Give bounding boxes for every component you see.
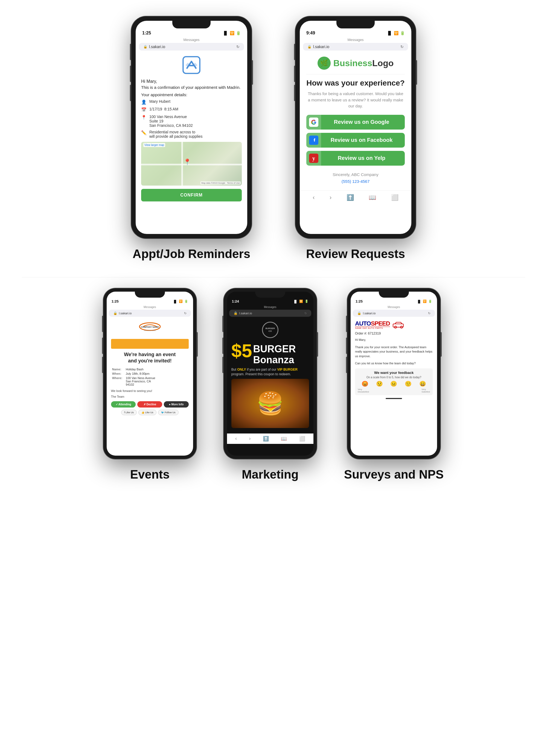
battery-icon-2: 🔋 <box>400 31 405 35</box>
bookmarks-icon-m[interactable]: 📖 <box>281 436 287 442</box>
confirm-button[interactable]: CONFIRM <box>141 189 242 201</box>
autospeed-logo-row: AUTOSPEED SAME DAY AUTO PARTS <box>355 321 433 329</box>
phone-notch <box>172 21 210 28</box>
events-social-row: f Like Us 👍 Like Us 🐦 Follow Us <box>111 410 189 415</box>
share-icon[interactable]: ⬆️ <box>347 194 354 201</box>
battery-icon-s: 🔋 <box>428 300 432 303</box>
wifi-icon-e: 🛜 <box>179 300 183 303</box>
forward-icon-m[interactable]: › <box>249 436 250 441</box>
emoji-satisfied[interactable]: 🙂 <box>405 380 412 387</box>
appt-name: Mary Hubert <box>149 99 170 104</box>
bookmarks-icon[interactable]: 📖 <box>369 194 376 201</box>
events-footer2: The Team <box>111 395 189 399</box>
refresh-icon-e[interactable]: ↻ <box>184 312 186 315</box>
tabs-icon-m[interactable]: ⬜ <box>299 436 305 442</box>
scale-low-label: VeryDissatisfied <box>358 388 369 393</box>
survey-feedback-box: We want your feedback On a scale from 0 … <box>355 368 433 395</box>
lock-icon-m: 🔒 <box>233 311 238 315</box>
sincerely-text: Sincerely, ABC Company <box>333 172 378 177</box>
attending-button[interactable]: ✓ Attending <box>111 401 136 408</box>
share-icon-m[interactable]: ⬆️ <box>263 436 269 442</box>
lock-icon-s: 🔒 <box>357 311 361 315</box>
review-heading: How was your experience? <box>306 79 405 87</box>
facebook-like-button[interactable]: f Like Us <box>121 410 137 415</box>
events-table-row-where: Where: 100 Van Ness AvenueSan Francisco,… <box>111 376 189 387</box>
twitter-follow-button[interactable]: 🐦 Follow Us <box>158 410 178 415</box>
battery-icon-e: 🔋 <box>184 300 188 303</box>
marketing-content: BURGERCO $5 BURGER Bonanza But ONLY if y… <box>227 317 314 432</box>
events-when-value: July 18th, 8:00pm <box>125 371 189 376</box>
events-screen: 1:25 ▐▌ 🛜 🔋 Messages 🔒 l.sakari.io ↻ <box>107 292 193 456</box>
appt-address: 100 Van Ness AvenueSuite 19San Francisco… <box>149 115 193 128</box>
forward-icon[interactable]: › <box>330 194 332 201</box>
emoji-dissatisfied[interactable]: 😟 <box>376 380 383 387</box>
events-details-table: Name: Holiday Bash When: July 18th, 8:00… <box>111 367 189 387</box>
browser-bar[interactable]: 🔒 l.sakari.io ↻ <box>139 43 244 51</box>
review-status-time: 9:49 <box>306 31 315 36</box>
events-url: l.sakari.io <box>119 312 131 315</box>
refresh-icon-s[interactable]: ↻ <box>428 312 431 315</box>
leaf-icon: 🌿 <box>318 57 331 70</box>
marketing-status-icons: ▐▌ 🛜 🔋 <box>293 300 309 303</box>
events-phone-notch <box>135 292 165 298</box>
wifi-icon-m: 🛜 <box>299 300 303 303</box>
review-browser-bar[interactable]: 🔒 l.sakari.io ↻ <box>303 43 408 51</box>
events-section: 1:25 ▐▌ 🛜 🔋 Messages 🔒 l.sakari.io ↻ <box>103 288 196 481</box>
events-orange-bar <box>111 339 189 349</box>
review-phone-link[interactable]: (555) 123-4567 <box>342 179 370 184</box>
map-image: 📍 View larger map Map data ©2019 Google … <box>141 142 242 186</box>
appt-detail-name: 👤 Mary Hubert <box>141 99 242 105</box>
svg-text:COMPANY NAME: COMPANY NAME <box>141 326 159 328</box>
survey-question: Can you let us know how the team did tod… <box>355 361 433 366</box>
emoji-very-dissatisfied[interactable]: 😡 <box>362 380 369 387</box>
marketing-subtext: But ONLY if you are part of our VIP BURG… <box>231 367 309 377</box>
refresh-icon[interactable]: ↻ <box>236 45 239 49</box>
yelp-review-button[interactable]: y Review us on Yelp <box>306 151 405 166</box>
emoji-neutral[interactable]: 😐 <box>390 380 397 387</box>
biz-text: Business <box>334 58 372 68</box>
events-btn-row: ✓ Attending ✗ Decline ● More Info <box>111 401 189 408</box>
marketing-price: $5 <box>231 341 252 360</box>
events-browser-bar[interactable]: 🔒 l.sakari.io ↻ <box>109 310 191 317</box>
decline-button[interactable]: ✗ Decline <box>137 401 162 408</box>
back-icon[interactable]: ‹ <box>313 194 315 201</box>
marketing-time: 1:24 <box>232 299 239 303</box>
events-section-label: Events <box>130 468 169 481</box>
appt-phone: 1:25 ▐▌ 🛜 🔋 Messages 🔒 l.sakari.io ↻ <box>131 16 251 238</box>
survey-content: AUTOSPEED SAME DAY AUTO PARTS Order <box>351 317 437 402</box>
autospeed-logo-block: AUTOSPEED SAME DAY AUTO PARTS <box>355 321 433 329</box>
refresh-icon-m[interactable]: ↻ <box>305 312 307 315</box>
lock-icon-2: 🔒 <box>308 45 312 49</box>
marketing-bottom-bar: ‹ › ⬆️ 📖 ⬜ <box>227 433 314 444</box>
appt-section-label: Appt/Job Reminders <box>133 247 250 261</box>
signal-icon-2: ▐▌ <box>387 31 392 35</box>
facebook-review-button[interactable]: Review us on Facebook <box>306 133 405 148</box>
phone-notch-2 <box>337 21 375 28</box>
events-status-icons: ▐▌ 🛜 🔋 <box>173 300 188 303</box>
survey-scale-label: On a scale from 0 to 5, how did we do to… <box>358 376 430 379</box>
person-icon: 👤 <box>141 99 147 105</box>
surveys-browser-bar[interactable]: 🔒 l.sakari.io ↻ <box>353 310 435 317</box>
status-time: 1:25 <box>142 31 151 36</box>
lock-icon: 🔒 <box>143 45 147 49</box>
tabs-icon[interactable]: ⬜ <box>391 194 399 201</box>
events-content: COMPANY NAME SLOGAN HERE We're having an… <box>107 317 193 418</box>
car-icon <box>392 321 405 329</box>
marketing-browser-bar[interactable]: 🔒 l.sakari.io ↻ <box>229 310 311 317</box>
surveys-section-label: Surveys and NPS <box>344 468 444 481</box>
marketing-hero: $5 BURGER Bonanza <box>231 341 309 365</box>
browser-url: l.sakari.io <box>149 45 165 49</box>
only-text: ONLY <box>237 368 246 371</box>
google-review-label: Review us on Google <box>321 119 405 125</box>
appt-details-label: Your appointment details: <box>141 92 242 97</box>
refresh-icon-2[interactable]: ↻ <box>400 45 404 49</box>
events-name-value: Holiday Bash <box>125 367 189 371</box>
map-view-larger[interactable]: View larger map <box>143 143 165 147</box>
more-info-button[interactable]: ● More Info <box>164 401 189 408</box>
business-logo-text: BusinessLogo <box>334 58 394 68</box>
surveys-url: l.sakari.io <box>363 312 376 315</box>
google-review-button[interactable]: G G Review us on Google <box>306 115 405 130</box>
back-icon-m[interactable]: ‹ <box>235 436 237 441</box>
thumbs-up-button[interactable]: 👍 Like Us <box>138 410 156 415</box>
emoji-very-satisfied[interactable]: 😄 <box>419 380 426 387</box>
